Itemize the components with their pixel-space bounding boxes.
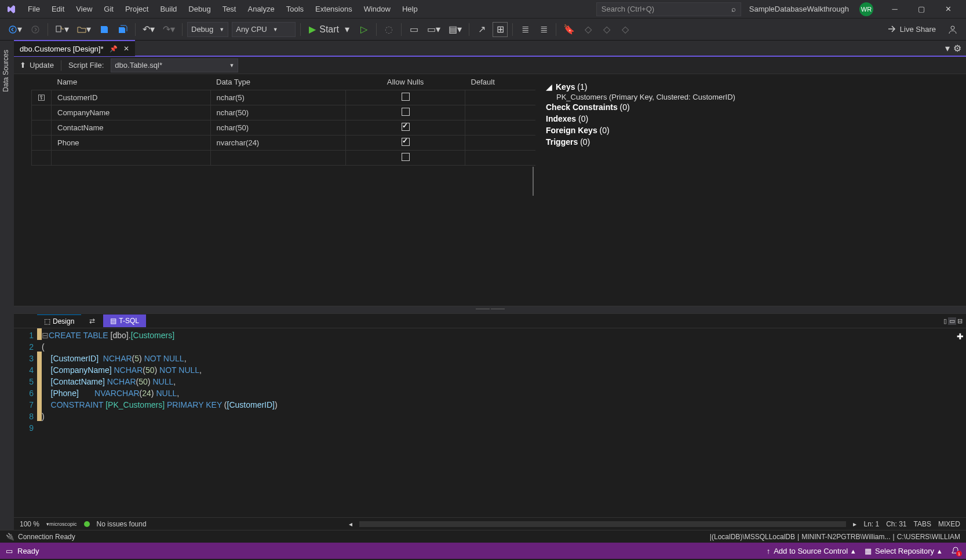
horizontal-splitter[interactable] <box>14 306 966 314</box>
table-row[interactable]: CompanyNamenchar(50) <box>32 105 536 120</box>
design-tab[interactable]: ⬚Design <box>37 314 81 327</box>
menu-debug[interactable]: Debug <box>183 0 216 19</box>
undo-button[interactable]: ↶▾ <box>140 22 157 37</box>
save-all-button[interactable] <box>115 22 130 37</box>
menu-git[interactable]: Git <box>98 0 119 19</box>
ok-icon <box>84 521 90 527</box>
close-button[interactable]: ✕ <box>935 0 961 19</box>
notifications-button[interactable]: 1 <box>951 546 960 555</box>
mixed-indicator: MIXED <box>938 520 960 528</box>
tb-icon-2[interactable]: ▭ <box>406 22 421 37</box>
menu-build[interactable]: Build <box>154 0 183 19</box>
add-line-icon[interactable]: ✚ <box>957 331 964 342</box>
tb-icon-10[interactable]: ◇ <box>599 22 614 37</box>
tb-icon-6[interactable]: ⊞ <box>493 22 508 37</box>
connection-label: Connection Ready <box>18 533 75 541</box>
expand-icon[interactable]: ◢ <box>546 82 552 91</box>
pin-icon[interactable]: 📌 <box>110 45 118 53</box>
start-no-debug-button[interactable]: ▷ <box>356 22 371 37</box>
repo-button[interactable]: ▦ Select Repository ▴ <box>865 547 942 555</box>
table-row[interactable]: ⚿CustomerIDnchar(5) <box>32 90 536 105</box>
code-editor[interactable]: 123456789 ⊟CREATE TABLE [dbo].[Customers… <box>14 328 966 517</box>
minimize-button[interactable]: ─ <box>881 0 908 19</box>
menu-window[interactable]: Window <box>358 0 396 19</box>
tb-icon-9[interactable]: ◇ <box>581 22 596 37</box>
start-button[interactable]: ▶Start▾ <box>305 22 353 37</box>
script-file-combo[interactable]: dbo.Table.sql* ▼ <box>111 58 238 72</box>
titlebar: FileEditViewGitProjectBuildDebugTestAnal… <box>0 0 966 19</box>
connection-status-bar: 🔌 Connection Ready | (LocalDB)\MSSQLLoca… <box>0 530 966 543</box>
search-icon: ⌕ <box>731 5 736 13</box>
tabs-indicator: TABS <box>914 520 931 528</box>
table-row[interactable]: Phonenvarchar(24) <box>32 136 536 151</box>
account-icon[interactable] <box>945 22 960 37</box>
swap-icon[interactable]: ⇄ <box>82 314 102 327</box>
vertical-splitter[interactable] <box>533 167 534 196</box>
designer-toolbar: ⬆ Update Script File: dbo.Table.sql* ▼ <box>14 57 966 74</box>
main-menu: FileEditViewGitProjectBuildDebugTestAnal… <box>22 0 424 19</box>
bookmark-icon[interactable]: 🔖 <box>561 22 577 37</box>
platform-dropdown[interactable]: Any CPU▼ <box>232 22 296 37</box>
update-button[interactable]: ⬆ Update <box>20 61 54 69</box>
h-scrollbar[interactable] <box>359 521 846 527</box>
script-file-label: Script File: <box>68 61 104 69</box>
col-default-header[interactable]: Default <box>465 74 535 90</box>
redo-button[interactable]: ↷▾ <box>161 22 177 37</box>
output-icon[interactable]: ▭ <box>6 547 13 555</box>
menu-help[interactable]: Help <box>396 0 424 19</box>
zoom-level[interactable]: 100 % <box>20 520 39 528</box>
new-item-button[interactable]: ▾ <box>53 22 71 37</box>
menu-project[interactable]: Project <box>119 0 154 19</box>
menu-analyze[interactable]: Analyze <box>242 0 280 19</box>
line-indicator: Ln: 1 <box>863 520 879 528</box>
menu-file[interactable]: File <box>22 0 46 19</box>
sql-status-bar: 100 %▾microscopic No issues found ◂▸ Ln:… <box>14 517 966 530</box>
col-nulls-header[interactable]: Allow Nulls <box>346 74 465 90</box>
col-name-header[interactable]: Name <box>52 74 211 90</box>
main-toolbar: ▾ ▾ ▾ ↶▾ ↷▾ Debug▼ Any CPU▼ ▶Start▾ ▷ ◌ … <box>0 19 966 41</box>
nav-fwd-button[interactable] <box>28 22 43 37</box>
doc-tab-customers[interactable]: dbo.Customers [Design]* 📌 ✕ <box>14 40 135 56</box>
tb-icon-4[interactable]: ▤▾ <box>446 22 464 37</box>
table-row-new[interactable] <box>32 151 536 166</box>
save-button[interactable] <box>97 22 112 37</box>
open-button[interactable]: ▾ <box>75 22 93 37</box>
side-pane: ◢Keys (1) PK_Customers (Primary Key, Clu… <box>535 74 966 306</box>
data-sources-tab[interactable]: Data Sources <box>0 44 12 98</box>
menu-view[interactable]: View <box>70 0 98 19</box>
tab-close-icon[interactable]: ✕ <box>123 45 129 53</box>
svg-point-3 <box>951 26 954 30</box>
connection-icon: 🔌 <box>6 533 14 541</box>
col-type-header[interactable]: Data Type <box>210 74 346 90</box>
source-control-button[interactable]: ↑ Add to Source Control ▴ <box>767 547 855 555</box>
tb-icon-5[interactable]: ↗ <box>474 22 489 37</box>
menu-test[interactable]: Test <box>217 0 242 19</box>
tb-icon-8[interactable]: ≣ <box>536 22 551 37</box>
search-placeholder: Search (Ctrl+Q) <box>602 5 654 13</box>
nav-back-button[interactable]: ▾ <box>6 22 24 37</box>
tb-icon-3[interactable]: ▭▾ <box>425 22 443 37</box>
split-view-icon-1[interactable]: ▯ <box>943 317 947 325</box>
maximize-button[interactable]: ▢ <box>908 0 935 19</box>
config-dropdown[interactable]: Debug▼ <box>187 22 228 37</box>
split-view-icon-2[interactable]: ▭ <box>948 317 956 325</box>
tab-dropdown-icon[interactable]: ▾ <box>945 43 950 54</box>
search-box[interactable]: Search (Ctrl+Q) ⌕ <box>596 2 741 16</box>
menu-extensions[interactable]: Extensions <box>309 0 358 19</box>
tsql-tab[interactable]: ▤T-SQL <box>103 314 146 327</box>
tb-icon-1[interactable]: ◌ <box>381 22 396 37</box>
user-badge[interactable]: WR <box>859 2 873 16</box>
user-label: MININT-N2PGTRB\William... <box>801 533 890 541</box>
tab-gear-icon[interactable]: ⚙ <box>953 43 961 54</box>
menu-edit[interactable]: Edit <box>46 0 70 19</box>
menu-tools[interactable]: Tools <box>280 0 309 19</box>
tb-icon-11[interactable]: ◇ <box>618 22 633 37</box>
solution-name: SampleDatabaseWalkthrough <box>749 5 849 13</box>
live-share-button[interactable]: Live Share <box>887 25 936 34</box>
split-view-icon-3[interactable]: ⊟ <box>957 317 963 325</box>
tb-icon-7[interactable]: ≣ <box>517 22 533 37</box>
table-row[interactable]: ContactNamenchar(50) <box>32 120 536 136</box>
path-label: C:\USERS\WILLIAM <box>897 533 960 541</box>
pk-item[interactable]: PK_Customers (Primary Key, Clustered: Cu… <box>556 93 956 101</box>
columns-grid[interactable]: Name Data Type Allow Nulls Default ⚿Cust… <box>31 74 535 166</box>
